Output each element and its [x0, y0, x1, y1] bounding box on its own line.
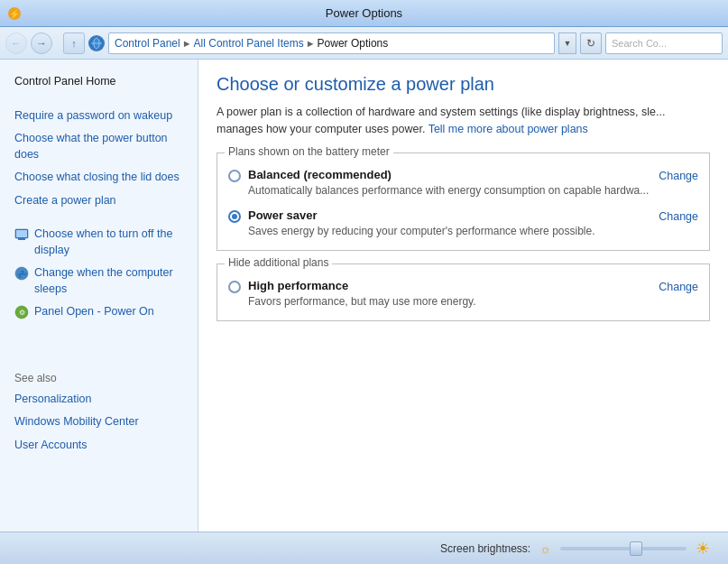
sidebar-item-control-panel-home: Control Panel Home — [0, 70, 198, 94]
svg-text:⚡: ⚡ — [9, 8, 21, 20]
power-icon: ⚙ — [14, 305, 29, 325]
page-description: A power plan is a collection of hardware… — [217, 104, 668, 138]
refresh-button[interactable]: ↻ — [580, 32, 602, 54]
battery-plans-group: Plans shown on the battery meter Balance… — [217, 153, 710, 252]
plan-high-performance-change[interactable]: Change — [659, 279, 698, 293]
sleep-icon: 💤 — [14, 266, 29, 286]
sidebar-label-change-sleep: Change when the computer sleeps — [34, 265, 183, 297]
additional-plans-content: High performance Favors performance, but… — [217, 264, 709, 320]
plan-power-saver-change[interactable]: Change — [659, 208, 698, 223]
see-also-label: See also — [0, 365, 198, 388]
additional-plans-group: Hide additional plans High performance F… — [217, 264, 710, 321]
window-title: Power Options — [326, 6, 402, 20]
brightness-slider[interactable] — [560, 547, 687, 550]
sidebar-item-mobility-center[interactable]: Windows Mobility Center — [0, 411, 198, 434]
title-bar: ⚡ Power Options — [0, 0, 728, 27]
plan-balanced-radio[interactable] — [228, 170, 241, 182]
brightness-label: Screen brightness: — [440, 542, 530, 555]
main-layout: Control Panel Home Require a password on… — [0, 60, 728, 532]
sidebar-label-power-button: Choose what the power button does — [14, 131, 183, 162]
display-icon — [14, 227, 29, 247]
plan-balanced-desc: Automatically balances performance with … — [248, 183, 659, 199]
sidebar-item-personalization[interactable]: Personalization — [0, 388, 198, 411]
brightness-thumb[interactable] — [630, 541, 642, 556]
tell-me-more-link[interactable]: Tell me more about power plans — [429, 123, 588, 135]
plan-balanced-name: Balanced (recommended) — [248, 168, 659, 181]
app-icon: ⚡ — [7, 6, 22, 21]
address-dropdown[interactable]: ▼ — [558, 32, 576, 54]
sidebar-item-turn-off-display[interactable]: Choose when to turn off the display — [0, 223, 198, 262]
up-button[interactable]: ↑ — [63, 32, 85, 54]
sidebar-label-control-panel-home: Control Panel Home — [14, 74, 116, 90]
brightness-sun-high-icon: ☀ — [696, 539, 710, 559]
svg-rect-6 — [18, 238, 25, 240]
address-bar: ← → ↑ Control Panel ► All Control Panel … — [0, 27, 728, 60]
sidebar-item-require-password[interactable]: Require a password on wakeup — [0, 105, 198, 128]
sidebar-item-power-button[interactable]: Choose what the power button does — [0, 127, 198, 166]
plan-power-saver-radio[interactable] — [228, 210, 241, 223]
sidebar-item-panel-open[interactable]: ⚙ Panel Open - Power On — [0, 300, 198, 328]
search-box[interactable]: Search Co... — [605, 32, 723, 54]
svg-text:⚙: ⚙ — [19, 309, 25, 317]
search-placeholder: Search Co... — [612, 38, 667, 49]
sidebar-label-create-plan: Create a power plan — [14, 193, 116, 209]
bottom-bar: Screen brightness: ☼ ☀ — [0, 532, 728, 564]
path-all-items[interactable]: All Control Panel Items — [194, 37, 304, 50]
path-current: Power Options — [318, 37, 389, 50]
battery-plans-legend: Plans shown on the battery meter — [225, 145, 393, 158]
plan-high-performance: High performance Favors performance, but… — [228, 279, 698, 310]
back-button[interactable]: ← — [5, 32, 27, 54]
forward-button[interactable]: → — [31, 32, 52, 54]
plan-balanced: Balanced (recommended) Automatically bal… — [228, 168, 698, 199]
content-area: Choose or customize a power plan A power… — [198, 60, 728, 532]
sidebar-item-user-accounts[interactable]: User Accounts — [0, 434, 198, 458]
address-path[interactable]: Control Panel ► All Control Panel Items … — [108, 32, 555, 54]
sidebar-label-require-password: Require a password on wakeup — [14, 108, 172, 125]
brightness-sun-low-icon: ☼ — [539, 541, 551, 556]
plan-power-saver: Power saver Saves energy by reducing you… — [228, 208, 698, 239]
sidebar: Control Panel Home Require a password on… — [0, 60, 198, 532]
location-icon — [88, 35, 105, 51]
sidebar-item-create-plan[interactable]: Create a power plan — [0, 190, 198, 213]
plan-high-performance-desc: Favors performance, but may use more ene… — [248, 294, 659, 310]
page-title: Choose or customize a power plan — [217, 74, 710, 95]
sidebar-label-personalization: Personalization — [14, 392, 91, 408]
plan-high-performance-name: High performance — [248, 279, 659, 292]
sidebar-label-mobility-center: Windows Mobility Center — [14, 414, 139, 430]
battery-plans-content: Balanced (recommended) Automatically bal… — [217, 153, 709, 251]
sidebar-label-panel-open: Panel Open - Power On — [34, 304, 154, 320]
plan-balanced-change[interactable]: Change — [659, 168, 698, 182]
additional-plans-legend: Hide additional plans — [225, 256, 332, 269]
sidebar-item-change-sleep[interactable]: 💤 Change when the computer sleeps — [0, 262, 198, 300]
plan-power-saver-name: Power saver — [248, 208, 659, 222]
svg-rect-7 — [16, 230, 27, 237]
sidebar-item-lid[interactable]: Choose what closing the lid does — [0, 166, 198, 190]
path-control-panel[interactable]: Control Panel — [115, 37, 180, 50]
sidebar-label-user-accounts: User Accounts — [14, 438, 88, 454]
svg-text:💤: 💤 — [17, 269, 28, 280]
plan-power-saver-desc: Saves energy by reducing your computer's… — [248, 224, 659, 239]
plan-high-performance-radio[interactable] — [228, 281, 241, 293]
sidebar-label-turn-off-display: Choose when to turn off the display — [34, 227, 183, 258]
sidebar-label-lid: Choose what closing the lid does — [14, 170, 180, 186]
